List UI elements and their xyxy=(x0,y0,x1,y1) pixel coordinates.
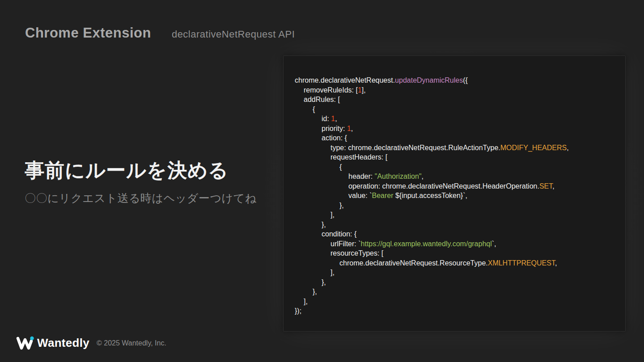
code-token-default: requestHeaders: [ xyxy=(330,153,387,161)
code-token-constant: MODIFY_HEADERS xyxy=(500,144,567,152)
code-line: requestHeaders: [ xyxy=(295,152,617,162)
slide-title: Chrome Extension xyxy=(25,25,151,41)
code-token-default: , xyxy=(421,173,423,180)
code-token-default: action: { xyxy=(322,134,347,142)
code-token-constant: XMLHTTPREQUEST xyxy=(488,259,555,267)
code-token-function: updateDynamicRules xyxy=(395,76,463,84)
code-token-default: }, xyxy=(339,202,344,209)
code-token-default: urlFilter: ` xyxy=(330,240,361,248)
copyright-text: © 2025 Wantedly, Inc. xyxy=(97,339,166,347)
code-token-default: ${input.accessToken}`, xyxy=(394,192,467,199)
code-token-default: type: chrome.declarativeNetRequest.RuleA… xyxy=(330,144,500,152)
code-line: condition: { xyxy=(295,229,617,239)
code-token-default: }, xyxy=(322,278,326,286)
code-line: ], xyxy=(295,297,617,307)
code-line: header: "Authorization", xyxy=(295,172,617,181)
code-token-default: ], xyxy=(330,269,335,276)
slide: { "header": { "title": "Chrome Extension… xyxy=(0,0,644,362)
code-line: { xyxy=(295,105,617,114)
code-token-default: condition: { xyxy=(322,230,356,238)
code-line: chrome.declarativeNetRequest.ResourceTyp… xyxy=(295,258,617,268)
wantedly-logo-icon xyxy=(16,336,34,350)
code-line: addRules: [ xyxy=(295,95,617,105)
code-line: id: 1, xyxy=(295,114,617,124)
code-token-string: https://gql.example.wantedly.com/graphql xyxy=(361,240,492,248)
code-line: }, xyxy=(295,220,617,230)
code-token-default: priority: xyxy=(322,125,347,132)
code-line: ], xyxy=(295,210,617,220)
code-token-constant: SET xyxy=(539,182,552,190)
code-token-default: ], xyxy=(304,298,308,305)
code-token-default: , xyxy=(351,125,353,132)
hero-subheading: 〇〇にリクエスト送る時はヘッダーつけてね xyxy=(25,191,257,206)
code-token-default: ({ xyxy=(463,76,468,84)
code-line: action: { xyxy=(295,133,617,143)
code-token-number: 1 xyxy=(347,125,351,132)
code-line: }); xyxy=(295,306,617,316)
code-token-default: chrome.declarativeNetRequest.ResourceTyp… xyxy=(339,259,488,267)
code-token-default: , xyxy=(555,259,557,267)
code-line: }, xyxy=(295,287,617,297)
code-line: type: chrome.declarativeNetRequest.RuleA… xyxy=(295,143,617,153)
code-token-default: removeRuleIds: [ xyxy=(304,86,358,94)
code-token-string: Bearer xyxy=(372,192,393,199)
code-line: chrome.declarativeNetRequest.updateDynam… xyxy=(295,76,617,85)
code-line: priority: 1, xyxy=(295,124,617,134)
code-token-default: ], xyxy=(362,86,366,94)
hero-heading: 事前にルールを決める xyxy=(25,157,257,184)
code-token-string: "Authorization" xyxy=(375,173,422,180)
code-token-default: }); xyxy=(295,307,301,315)
code-line: resourceTypes: [ xyxy=(295,248,617,258)
code-token-default: , xyxy=(335,115,337,122)
code-token-default: id: xyxy=(322,115,331,122)
code-token-default: addRules: [ xyxy=(304,96,340,103)
code-line: removeRuleIds: [1], xyxy=(295,85,617,95)
code-line: }, xyxy=(295,278,617,287)
code-token-number: 1 xyxy=(358,86,362,94)
code-token-default: `, xyxy=(492,240,496,248)
code-panel: chrome.declarativeNetRequest.updateDynam… xyxy=(283,55,626,332)
code-token-default: , xyxy=(552,182,554,190)
code-line: }, xyxy=(295,201,617,210)
code-token-number: 1 xyxy=(331,115,335,122)
code-token-default: ], xyxy=(330,211,335,219)
slide-header: Chrome Extension declarativeNetRequest A… xyxy=(25,25,295,41)
brand-wordmark: Wantedly xyxy=(37,336,89,350)
slide-subtitle: declarativeNetRequest API xyxy=(172,29,295,40)
hero-section: 事前にルールを決める 〇〇にリクエスト送る時はヘッダーつけてね xyxy=(25,157,257,206)
code-token-default: { xyxy=(339,163,342,171)
code-line: urlFilter: `https://gql.example.wantedly… xyxy=(295,239,617,249)
code-token-default: chrome.declarativeNetRequest. xyxy=(295,76,395,84)
code-line: ], xyxy=(295,268,617,278)
code-token-default: value: ` xyxy=(348,192,372,199)
code-line: { xyxy=(295,162,617,172)
code-token-default: , xyxy=(567,144,568,152)
code-line: value: `Bearer ${input.accessToken}`, xyxy=(295,191,617,201)
code-token-default: }, xyxy=(313,288,317,295)
code-token-default: }, xyxy=(322,221,326,228)
code-token-default: operation: chrome.declarativeNetRequest.… xyxy=(348,182,539,190)
footer: Wantedly © 2025 Wantedly, Inc. xyxy=(16,336,166,350)
code-token-default: { xyxy=(313,105,315,113)
code-line: operation: chrome.declarativeNetRequest.… xyxy=(295,181,617,191)
code-block: chrome.declarativeNetRequest.updateDynam… xyxy=(295,76,617,316)
code-token-default: resourceTypes: [ xyxy=(330,249,383,257)
code-token-default: header: xyxy=(348,173,375,180)
